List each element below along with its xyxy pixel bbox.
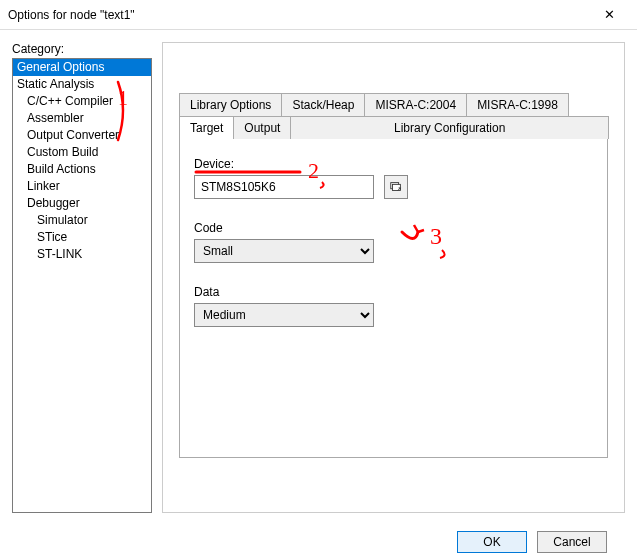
category-item-simulator[interactable]: Simulator — [13, 212, 151, 229]
content-area: Category: General OptionsStatic Analysis… — [0, 30, 637, 525]
category-item-general-options[interactable]: General Options — [13, 59, 151, 76]
tab-content-target: Device: Code — [179, 138, 608, 458]
category-item-build-actions[interactable]: Build Actions — [13, 161, 151, 178]
category-item-assembler[interactable]: Assembler — [13, 110, 151, 127]
category-item-static-analysis[interactable]: Static Analysis — [13, 76, 151, 93]
category-panel: Category: General OptionsStatic Analysis… — [12, 42, 152, 513]
cancel-button[interactable]: Cancel — [537, 531, 607, 553]
device-input[interactable] — [194, 175, 374, 199]
category-item-custom-build[interactable]: Custom Build — [13, 144, 151, 161]
browse-icon — [389, 180, 403, 194]
code-label: Code — [194, 221, 593, 235]
tab-row-back: Library OptionsStack/HeapMISRA-C:2004MIS… — [179, 93, 608, 116]
category-item-debugger[interactable]: Debugger — [13, 195, 151, 212]
tab-library-configuration[interactable]: Library Configuration — [290, 116, 609, 139]
category-item-stice[interactable]: STice — [13, 229, 151, 246]
window-title: Options for node "text1" — [8, 8, 135, 22]
dialog-buttons: OK Cancel — [457, 531, 607, 553]
category-item-linker[interactable]: Linker — [13, 178, 151, 195]
tab-library-options[interactable]: Library Options — [179, 93, 282, 116]
titlebar: Options for node "text1" ✕ — [0, 0, 637, 30]
tab-output[interactable]: Output — [233, 116, 291, 139]
code-select[interactable]: Small — [194, 239, 374, 263]
code-field: Code Small — [194, 221, 593, 263]
category-label: Category: — [12, 42, 152, 56]
close-icon: ✕ — [604, 7, 615, 22]
main-panel: Library OptionsStack/HeapMISRA-C:2004MIS… — [162, 42, 625, 513]
data-label: Data — [194, 285, 593, 299]
category-item-output-converter[interactable]: Output Converter — [13, 127, 151, 144]
category-item-st-link[interactable]: ST-LINK — [13, 246, 151, 263]
data-select[interactable]: Medium — [194, 303, 374, 327]
tab-misra-c-2004[interactable]: MISRA-C:2004 — [364, 93, 467, 116]
device-label: Device: — [194, 157, 593, 171]
ok-button[interactable]: OK — [457, 531, 527, 553]
category-item-c-c-compiler[interactable]: C/C++ Compiler — [13, 93, 151, 110]
category-list[interactable]: General OptionsStatic AnalysisC/C++ Comp… — [12, 58, 152, 513]
close-button[interactable]: ✕ — [589, 1, 629, 29]
tab-misra-c-1998[interactable]: MISRA-C:1998 — [466, 93, 569, 116]
device-browse-button[interactable] — [384, 175, 408, 199]
tab-stack-heap[interactable]: Stack/Heap — [281, 93, 365, 116]
device-field: Device: — [194, 157, 593, 199]
data-field: Data Medium — [194, 285, 593, 327]
tab-row-front: TargetOutputLibrary Configuration — [179, 116, 608, 139]
tab-target[interactable]: Target — [179, 116, 234, 139]
tabs-wrapper: Library OptionsStack/HeapMISRA-C:2004MIS… — [179, 93, 608, 458]
